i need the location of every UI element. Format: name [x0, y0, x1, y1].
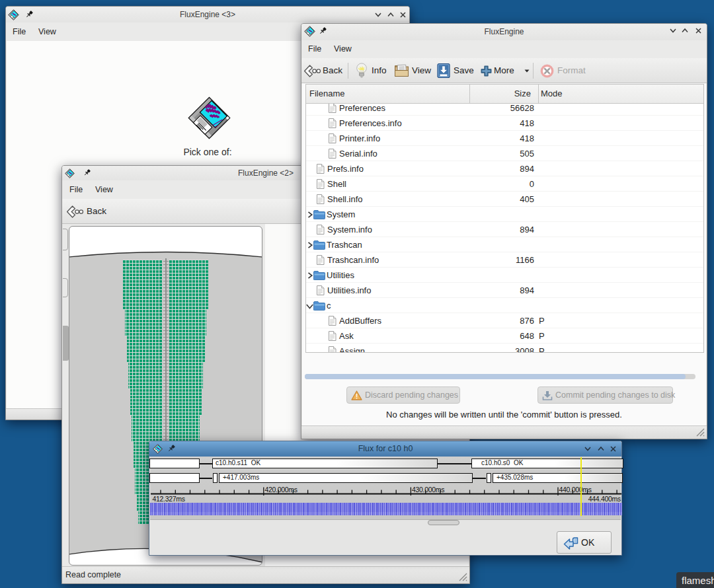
- svg-text:420.000ms: 420.000ms: [265, 486, 298, 494]
- svg-text:430.000ms: 430.000ms: [412, 486, 444, 494]
- svg-text:444.400ms: 444.400ms: [588, 495, 621, 503]
- svg-text:440.000ms: 440.000ms: [559, 486, 592, 494]
- svg-text:412.327ms: 412.327ms: [153, 495, 185, 503]
